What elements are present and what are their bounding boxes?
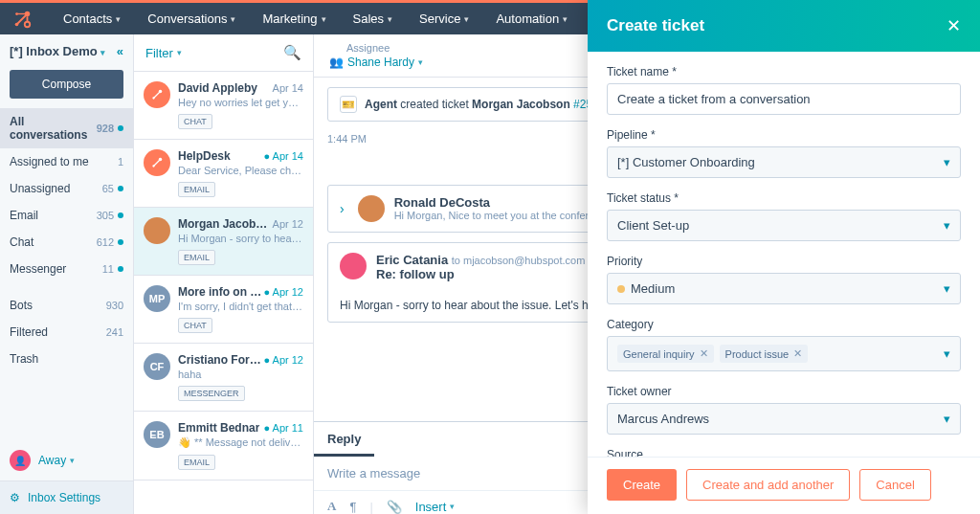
channel-badge: EMAIL	[178, 250, 215, 265]
conversation-sender: David Appleby	[178, 81, 257, 95]
message-to: to mjacobson@hubspot.com	[452, 255, 586, 266]
sidebar-item-assigned[interactable]: Assigned to me 1	[0, 148, 133, 175]
category-multiselect[interactable]: General inquiry ✕Product issue ✕ ▾	[607, 336, 961, 371]
format-icon[interactable]: ¶	[349, 500, 356, 514]
avatar	[144, 81, 170, 108]
channel-badge: CHAT	[178, 114, 212, 129]
channel-badge: EMAIL	[178, 455, 215, 470]
pipeline-select[interactable]: [*] Customer Onboarding▾	[607, 146, 961, 178]
svg-line-9	[154, 92, 161, 99]
pipeline-label: Pipeline *	[607, 128, 961, 142]
nav-conversations[interactable]: Conversations▾	[134, 11, 249, 26]
sidebar-item-trash[interactable]: Trash	[0, 346, 133, 372]
avatar: EB	[144, 421, 170, 448]
status-label: Ticket status *	[607, 191, 961, 205]
conversation-row[interactable]: HelpDesk Apr 14 Dear Service, Please cha…	[134, 140, 313, 208]
conversation-sender: Morgan Jacobson	[178, 217, 273, 231]
sidebar-item-filtered[interactable]: Filtered241	[0, 319, 133, 346]
nav-contacts[interactable]: Contacts▾	[50, 11, 134, 26]
ticket-name-label: Ticket name *	[607, 65, 961, 78]
conversation-date: Apr 11	[263, 422, 303, 434]
attachment-icon[interactable]: 📎	[387, 500, 402, 514]
conversation-date: Apr 12	[263, 286, 303, 298]
conversation-date: Apr 14	[263, 150, 303, 162]
create-and-add-another-button[interactable]: Create and add another	[686, 469, 850, 501]
status-selector[interactable]: 👤 Away ▾	[0, 440, 133, 480]
nav-marketing[interactable]: Marketing▾	[249, 11, 339, 26]
source-label: Source	[607, 448, 961, 457]
nav-service[interactable]: Service▾	[406, 11, 482, 26]
channel-badge: EMAIL	[178, 182, 215, 197]
conversation-row[interactable]: EB Emmitt Bednar Apr 11 👋 ** Message not…	[134, 412, 313, 480]
inbox-settings-link[interactable]: ⚙ Inbox Settings	[0, 480, 133, 514]
nav-automation[interactable]: Automation▾	[482, 11, 581, 26]
conversation-preview: Dear Service, Please change your...	[178, 165, 303, 176]
create-ticket-panel: Create ticket ✕ Ticket name * Create a t…	[588, 0, 980, 514]
avatar	[340, 253, 367, 279]
nav-sales[interactable]: Sales▾	[340, 11, 407, 26]
conversation-row[interactable]: Morgan Jacobson Apr 12 Hi Morgan - sorry…	[134, 208, 313, 276]
conversation-preview: haha	[178, 369, 303, 380]
avatar	[358, 195, 385, 222]
sidebar-item-unassigned[interactable]: Unassigned 65	[0, 175, 133, 202]
avatar	[144, 217, 170, 244]
collapse-icon[interactable]: «	[117, 44, 123, 58]
svg-line-12	[154, 160, 161, 167]
status-select[interactable]: Client Set-up▾	[607, 210, 961, 241]
search-icon[interactable]: 🔍	[283, 44, 301, 61]
conversation-preview: I'm sorry, I didn't get that. Try aga...	[178, 301, 303, 312]
ticket-icon: 🎫	[340, 96, 357, 113]
conversation-sender: HelpDesk	[178, 149, 231, 163]
insert-dropdown[interactable]: Insert ▾	[415, 500, 456, 514]
compose-button[interactable]: Compose	[10, 70, 123, 99]
owner-select[interactable]: Marcus Andrews▾	[607, 403, 961, 435]
priority-select[interactable]: Medium▾	[607, 273, 961, 304]
conversation-list: Filter▾ 🔍 David Appleby Apr 14 Hey no wo…	[134, 34, 314, 514]
create-button[interactable]: Create	[607, 469, 677, 501]
gear-icon: ⚙	[10, 491, 20, 504]
cancel-button[interactable]: Cancel	[859, 469, 930, 501]
close-icon[interactable]: ✕	[947, 15, 961, 36]
conversation-preview: Hi Morgan - sorry to hear about th...	[178, 233, 303, 244]
priority-label: Priority	[607, 255, 961, 268]
conversation-sender: More info on Produ...	[178, 285, 263, 299]
owner-label: Ticket owner	[607, 385, 961, 398]
avatar	[144, 149, 170, 176]
remove-tag-icon[interactable]: ✕	[700, 347, 708, 360]
sidebar-item-chat[interactable]: Chat 612	[0, 229, 133, 256]
category-label: Category	[607, 318, 961, 331]
reply-tab[interactable]: Reply	[314, 422, 374, 457]
sidebar: [*] Inbox Demo ▾ « Compose All conversat…	[0, 34, 134, 514]
remove-tag-icon[interactable]: ✕	[793, 347, 802, 360]
message-sender: Eric Catania	[376, 253, 448, 267]
conversation-date: Apr 12	[273, 218, 303, 230]
filter-dropdown[interactable]: Filter▾	[145, 46, 182, 60]
svg-point-5	[25, 21, 31, 27]
conversation-date: Apr 14	[273, 82, 303, 94]
sidebar-item-messenger[interactable]: Messenger 11	[0, 256, 133, 282]
category-tag[interactable]: General inquiry ✕	[617, 345, 714, 363]
hubspot-logo-icon[interactable]	[11, 9, 33, 30]
conversation-sender: Emmitt Bednar	[178, 421, 259, 435]
conversation-row[interactable]: David Appleby Apr 14 Hey no worries let …	[134, 72, 313, 140]
conversation-sender: Cristiano Fortest	[178, 353, 263, 367]
chevron-right-icon[interactable]: ›	[340, 201, 345, 216]
conversation-row[interactable]: CF Cristiano Fortest Apr 12 haha MESSENG…	[134, 344, 313, 412]
conversation-row[interactable]: MP More info on Produ... Apr 12 I'm sorr…	[134, 276, 313, 344]
conversation-preview: Hey no worries let get you in cont...	[178, 97, 303, 108]
sidebar-item-email[interactable]: Email 305	[0, 202, 133, 229]
channel-badge: MESSENGER	[178, 386, 245, 401]
sidebar-item-bots[interactable]: Bots930	[0, 292, 133, 319]
sidebar-item-all[interactable]: All conversations 928	[0, 108, 133, 148]
user-icon: 👥	[329, 56, 344, 69]
channel-badge: CHAT	[178, 318, 212, 333]
category-tag[interactable]: Product issue ✕	[720, 345, 809, 363]
conversation-date: Apr 12	[263, 354, 303, 366]
ticket-name-input[interactable]: Create a ticket from a conversation	[607, 83, 961, 115]
panel-title: Create ticket	[607, 16, 704, 35]
conversation-preview: 👋 ** Message not delivered ** Y...	[178, 436, 303, 449]
user-avatar: 👤	[10, 450, 31, 471]
inbox-selector[interactable]: [*] Inbox Demo ▾ «	[0, 34, 133, 66]
font-icon[interactable]: A	[327, 499, 336, 514]
avatar: MP	[144, 285, 170, 312]
